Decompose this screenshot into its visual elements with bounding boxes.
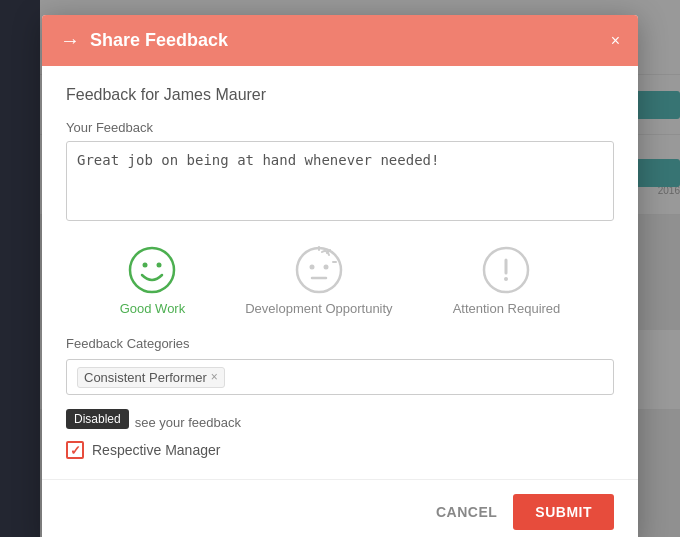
- arrow-icon: →: [60, 29, 80, 52]
- modal-title: Share Feedback: [90, 30, 228, 51]
- sentiment-attention-required[interactable]: Attention Required: [453, 245, 561, 316]
- dev-opportunity-label: Development Opportunity: [245, 301, 392, 316]
- svg-point-4: [309, 265, 314, 270]
- attention-required-icon: [481, 245, 531, 295]
- attention-required-label: Attention Required: [453, 301, 561, 316]
- svg-point-5: [323, 265, 328, 270]
- cancel-button[interactable]: CANCEL: [436, 504, 497, 520]
- svg-point-1: [143, 263, 148, 268]
- svg-point-9: [504, 277, 508, 281]
- categories-input[interactable]: Consistent Performer ×: [66, 359, 614, 395]
- feedback-label: Your Feedback: [66, 120, 614, 135]
- feedback-textarea[interactable]: Great job on being at hand whenever need…: [66, 141, 614, 221]
- sentiment-dev-opportunity[interactable]: Development Opportunity: [245, 245, 392, 316]
- category-tag-text: Consistent Performer: [84, 370, 207, 385]
- good-work-icon: [127, 245, 177, 295]
- checkbox-label: Respective Manager: [92, 442, 220, 458]
- modal-body: Feedback for James Maurer Your Feedback …: [42, 66, 638, 479]
- good-work-label: Good Work: [120, 301, 186, 316]
- svg-point-3: [297, 248, 341, 292]
- respective-manager-checkbox[interactable]: ✓: [66, 441, 84, 459]
- submit-button[interactable]: SUBMIT: [513, 494, 614, 530]
- disabled-tooltip: Disabled: [66, 409, 129, 429]
- sentiment-good-work[interactable]: Good Work: [120, 245, 186, 316]
- categories-label: Feedback Categories: [66, 336, 614, 351]
- dev-opportunity-icon: [294, 245, 344, 295]
- modal-header: → Share Feedback ×: [42, 15, 638, 66]
- modal-header-left: → Share Feedback: [60, 29, 228, 52]
- category-tag-consistent-performer: Consistent Performer ×: [77, 367, 225, 388]
- share-feedback-modal: → Share Feedback × Feedback for James Ma…: [42, 15, 638, 537]
- sentiment-options: Good Work Development Opportunity: [66, 245, 614, 316]
- svg-point-0: [130, 248, 174, 292]
- checkmark-icon: ✓: [70, 444, 81, 457]
- modal-footer: CANCEL SUBMIT: [42, 479, 638, 537]
- modal-subtitle: Feedback for James Maurer: [66, 86, 614, 104]
- who-sees-section: Disabled see your feedback ✓ Respective …: [66, 409, 614, 459]
- who-sees-intro: see your feedback: [135, 415, 241, 430]
- category-tag-remove[interactable]: ×: [211, 370, 218, 384]
- modal-close-button[interactable]: ×: [611, 33, 620, 49]
- checkbox-row: ✓ Respective Manager: [66, 441, 614, 459]
- svg-point-2: [157, 263, 162, 268]
